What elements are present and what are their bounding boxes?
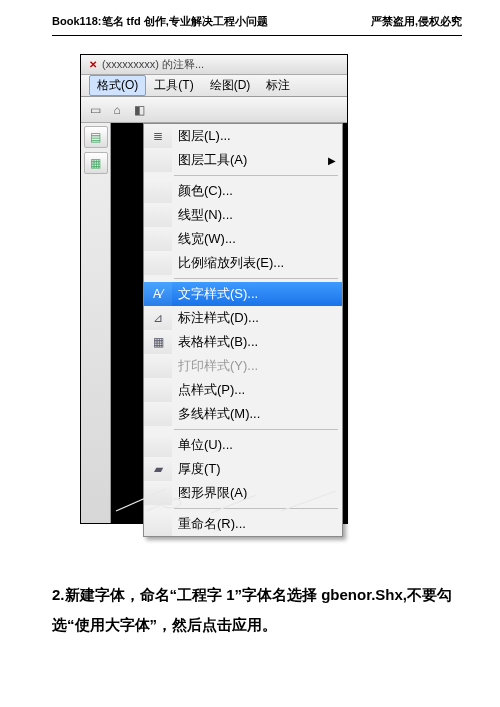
instruction-text: 2.新建字体，命名“工程字 1”字体名选择 gbenor.Shx,不要勾选“使用… bbox=[52, 580, 462, 640]
svg-line-3 bbox=[211, 495, 256, 513]
app-icon: ✕ bbox=[87, 59, 99, 71]
menu-units[interactable]: 单位(U)... bbox=[144, 433, 342, 457]
menu-linetype[interactable]: 线型(N)... bbox=[144, 203, 342, 227]
menu-mline-style[interactable]: 多线样式(M)... bbox=[144, 402, 342, 426]
tool-icon[interactable]: ▭ bbox=[85, 100, 105, 120]
layers-icon: ≣ bbox=[144, 124, 172, 148]
menu-thickness[interactable]: ▰ 厚度(T) bbox=[144, 457, 342, 481]
drawing-canvas: ≣ 图层(L)... 图层工具(A) ▶ 颜色(C)... 线型(N)... bbox=[111, 123, 347, 523]
svg-line-0 bbox=[116, 489, 166, 511]
separator bbox=[174, 278, 338, 279]
menu-bar: 格式(O) 工具(T) 绘图(D) 标注 bbox=[81, 75, 347, 97]
page-header: Book118:笔名 tfd 创作,专业解决工程小问题 严禁盗用,侵权必究 bbox=[0, 0, 500, 35]
menu-table-style[interactable]: ▦ 表格样式(B)... bbox=[144, 330, 342, 354]
menu-scale-list[interactable]: 比例缩放列表(E)... bbox=[144, 251, 342, 275]
blank-icon bbox=[144, 203, 172, 227]
window-titlebar: ✕ (xxxxxxxxx) 的注释... bbox=[81, 55, 347, 75]
palette-icon[interactable]: ▤ bbox=[84, 126, 108, 148]
menu-lineweight[interactable]: 线宽(W)... bbox=[144, 227, 342, 251]
menu-tools[interactable]: 工具(T) bbox=[146, 75, 201, 96]
table-style-icon: ▦ bbox=[144, 330, 172, 354]
separator bbox=[174, 429, 338, 430]
blank-icon bbox=[144, 354, 172, 378]
svg-point-2 bbox=[161, 498, 181, 508]
blank-icon bbox=[144, 227, 172, 251]
svg-line-4 bbox=[281, 491, 336, 511]
toolbar-strip: ▭ ⌂ ◧ bbox=[81, 97, 347, 123]
menu-layer-tools[interactable]: 图层工具(A) ▶ bbox=[144, 148, 342, 172]
header-rule bbox=[52, 35, 462, 36]
submenu-arrow-icon: ▶ bbox=[328, 155, 336, 166]
dim-style-icon: ⊿ bbox=[144, 306, 172, 330]
drawing-lines bbox=[111, 481, 347, 517]
menu-format[interactable]: 格式(O) bbox=[89, 75, 146, 96]
menu-draw[interactable]: 绘图(D) bbox=[202, 75, 259, 96]
blank-icon bbox=[144, 402, 172, 426]
blank-icon bbox=[144, 378, 172, 402]
thickness-icon: ▰ bbox=[144, 457, 172, 481]
tool-icon[interactable]: ⌂ bbox=[107, 100, 127, 120]
blank-icon bbox=[144, 148, 172, 172]
palette-icon[interactable]: ▦ bbox=[84, 152, 108, 174]
menu-color[interactable]: 颜色(C)... bbox=[144, 179, 342, 203]
menu-layer[interactable]: ≣ 图层(L)... bbox=[144, 124, 342, 148]
workspace: ▤ ▦ ≣ 图层(L)... 图层工具(A) ▶ 颜色(C)... bbox=[81, 123, 347, 523]
blank-icon bbox=[144, 433, 172, 457]
separator bbox=[174, 175, 338, 176]
left-toolbar: ▤ ▦ bbox=[81, 123, 111, 523]
menu-dimension[interactable]: 标注 bbox=[258, 75, 298, 96]
text-style-icon: A⁄ bbox=[144, 282, 172, 306]
menu-point-style[interactable]: 点样式(P)... bbox=[144, 378, 342, 402]
format-dropdown: ≣ 图层(L)... 图层工具(A) ▶ 颜色(C)... 线型(N)... bbox=[143, 123, 343, 537]
header-left: Book118:笔名 tfd 创作,专业解决工程小问题 bbox=[52, 14, 268, 29]
tool-icon[interactable]: ◧ bbox=[129, 100, 149, 120]
menu-plot-style: 打印样式(Y)... bbox=[144, 354, 342, 378]
cad-screenshot: ✕ (xxxxxxxxx) 的注释... 格式(O) 工具(T) 绘图(D) 标… bbox=[80, 54, 348, 524]
menu-text-style[interactable]: A⁄ 文字样式(S)... bbox=[144, 282, 342, 306]
title-text: (xxxxxxxxx) 的注释... bbox=[102, 57, 204, 72]
menu-dim-style[interactable]: ⊿ 标注样式(D)... bbox=[144, 306, 342, 330]
header-right: 严禁盗用,侵权必究 bbox=[371, 14, 462, 29]
blank-icon bbox=[144, 179, 172, 203]
blank-icon bbox=[144, 251, 172, 275]
